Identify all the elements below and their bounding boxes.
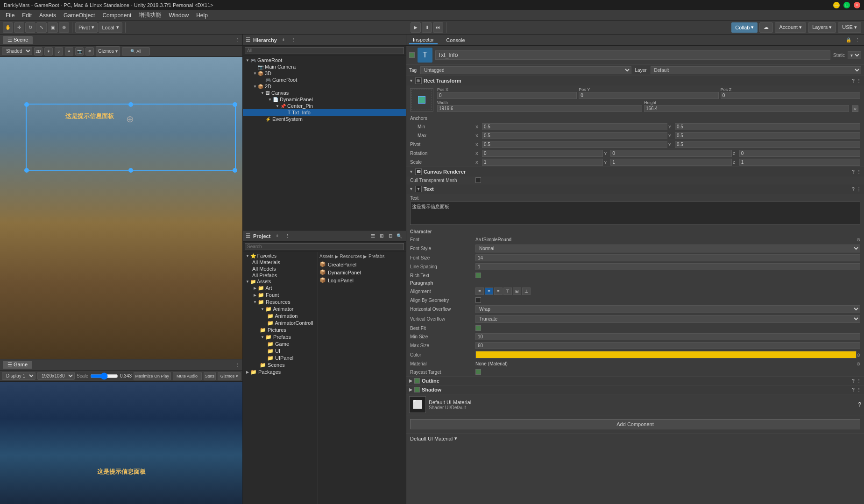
- text-content-input[interactable]: 这是提示信息面板: [410, 202, 860, 225]
- material-picker[interactable]: ⊙: [857, 361, 860, 366]
- menu-enhance[interactable]: 增强功能: [135, 10, 165, 20]
- pos-y-input[interactable]: [579, 92, 718, 99]
- menu-help[interactable]: Help: [192, 11, 212, 20]
- align-top[interactable]: ⊤: [503, 287, 512, 295]
- play-button[interactable]: ▶: [411, 22, 421, 33]
- min-y-input[interactable]: [675, 123, 860, 130]
- project-search-input[interactable]: [245, 243, 404, 250]
- scale-x-input[interactable]: [482, 159, 603, 166]
- canvas-help[interactable]: ?: [852, 169, 855, 175]
- audio-toggle[interactable]: ♪: [55, 47, 63, 56]
- menu-edit[interactable]: Edit: [18, 11, 35, 20]
- inspector-menu[interactable]: ⋮: [854, 36, 861, 44]
- game-gizmos[interactable]: Gizmos ▾: [218, 372, 241, 380]
- fx-toggle[interactable]: ✦: [65, 47, 73, 56]
- layer-dropdown[interactable]: Default: [651, 66, 861, 74]
- tree-art[interactable]: ▶ 📁 Art: [243, 285, 317, 292]
- scale-tool[interactable]: ⤡: [36, 22, 47, 33]
- project-btn2[interactable]: ⊞: [378, 232, 385, 240]
- object-active-checkbox[interactable]: [409, 52, 415, 58]
- tree-all-models[interactable]: All Models: [243, 266, 317, 272]
- hierarchy-add[interactable]: +: [280, 36, 287, 44]
- canvas-menu[interactable]: ⋮: [857, 169, 861, 175]
- scale-y-input[interactable]: [610, 159, 731, 166]
- align-right[interactable]: ≡: [494, 287, 503, 295]
- shading-dropdown[interactable]: Shaded: [2, 47, 32, 55]
- project-menu[interactable]: ⋮: [283, 232, 291, 240]
- rect-tool[interactable]: ▣: [48, 22, 58, 33]
- tab-console[interactable]: Console: [442, 36, 468, 44]
- tree-packages[interactable]: ▶ 📁 Packages: [243, 369, 317, 376]
- rect-menu[interactable]: ⋮: [857, 78, 861, 84]
- menu-file[interactable]: File: [2, 11, 18, 20]
- rich-text-checkbox[interactable]: [475, 273, 481, 278]
- tag-dropdown[interactable]: Untagged: [420, 66, 631, 74]
- pos-z-input[interactable]: [721, 92, 860, 99]
- tree-uipanel[interactable]: 📁 UIPanel: [243, 355, 317, 362]
- project-search[interactable]: [243, 242, 406, 252]
- outline-help[interactable]: ?: [852, 378, 855, 384]
- scale-slider[interactable]: [90, 372, 118, 380]
- collab-button[interactable]: Collab ▾: [731, 22, 758, 33]
- max-size-input[interactable]: [475, 342, 860, 349]
- align-bottom[interactable]: ⊥: [522, 287, 531, 295]
- material-help[interactable]: ?: [858, 401, 861, 408]
- r-button[interactable]: R: [852, 105, 858, 112]
- 2d-toggle[interactable]: 2D: [34, 47, 42, 56]
- text-menu[interactable]: ⋮: [857, 187, 861, 192]
- text-help[interactable]: ?: [852, 187, 855, 192]
- tree-game[interactable]: 📁 Game: [243, 341, 317, 348]
- cloud-button[interactable]: ☁: [759, 22, 773, 33]
- tree-all-prefabs[interactable]: All Prefabs: [243, 272, 317, 279]
- tree-all-materials[interactable]: All Materials: [243, 259, 317, 266]
- tree-item-canvas[interactable]: ▼ 🖼 Canvas: [243, 90, 406, 96]
- resolution-dropdown[interactable]: 1920x1080: [37, 372, 75, 380]
- display-dropdown[interactable]: Display 1: [2, 372, 35, 380]
- shadow-menu[interactable]: ⋮: [857, 387, 861, 392]
- game-panel-menu[interactable]: ⋮: [235, 362, 240, 367]
- width-input[interactable]: [437, 105, 642, 112]
- hand-tool[interactable]: ✋: [3, 22, 13, 33]
- align-by-geo-checkbox[interactable]: [475, 297, 481, 303]
- shadow-help[interactable]: ?: [852, 387, 855, 392]
- stats-button[interactable]: Stats: [204, 372, 216, 380]
- tree-item-txtinfo[interactable]: ▶ T Txt_Info: [243, 109, 406, 116]
- outline-menu[interactable]: ⋮: [857, 378, 861, 384]
- tree-item-centerpin[interactable]: ▼ 📌 Center_Pin: [243, 103, 406, 109]
- font-size-input[interactable]: [475, 254, 860, 261]
- outline-header[interactable]: ▶ Outline ? ⋮: [406, 377, 864, 385]
- project-btn1[interactable]: ☰: [369, 232, 376, 240]
- rot-z-input[interactable]: [739, 150, 860, 157]
- tree-animation[interactable]: 📁 Animation: [243, 313, 317, 320]
- menu-window[interactable]: Window: [165, 11, 192, 20]
- scene-viewport[interactable]: 这是提示信息面板 ⊕: [0, 57, 242, 359]
- menu-assets[interactable]: Assets: [35, 11, 60, 20]
- pause-button[interactable]: ⏸: [422, 22, 432, 33]
- rect-transform-header[interactable]: ▼ ⊞ Rect Transform ? ⋮: [406, 76, 864, 85]
- tree-animatorcontroll[interactable]: 📁 AnimatorControll: [243, 320, 317, 327]
- scale-z-input[interactable]: [739, 159, 860, 166]
- transform-tool[interactable]: ⊕: [59, 22, 69, 33]
- local-dropdown[interactable]: Local ▾: [99, 22, 122, 33]
- align-left[interactable]: ≡: [475, 287, 484, 295]
- min-size-input[interactable]: [475, 333, 860, 340]
- font-picker[interactable]: ⊙: [857, 237, 860, 242]
- gizmos-dropdown[interactable]: Gizmos ▾: [96, 46, 120, 56]
- lighting-toggle[interactable]: ☀: [44, 47, 53, 56]
- tree-pictures[interactable]: 📁 Pictures: [243, 327, 317, 334]
- inspector-lock[interactable]: 🔒: [845, 36, 852, 44]
- tab-scene[interactable]: ☰ Scene: [3, 36, 33, 44]
- best-fit-checkbox[interactable]: [475, 325, 481, 331]
- text-header[interactable]: ▼ T Text ? ⋮: [406, 184, 864, 194]
- raycast-checkbox[interactable]: [475, 369, 481, 375]
- v-overflow-dropdown[interactable]: Truncate: [475, 315, 860, 323]
- prefab-dynamicpanel[interactable]: 📦 DynamicPanel: [319, 269, 404, 276]
- align-middle[interactable]: ⊞: [513, 287, 521, 295]
- layers-button[interactable]: Layers ▾: [808, 22, 836, 33]
- scene-panel-menu[interactable]: ⋮: [235, 37, 240, 42]
- hierarchy-search[interactable]: [243, 46, 406, 56]
- color-picker-btn[interactable]: ⊙: [857, 352, 860, 357]
- align-center[interactable]: ≡: [485, 287, 493, 295]
- tree-ui[interactable]: 📁 UI: [243, 348, 317, 355]
- tree-resources[interactable]: ▼ 📁 Resources: [243, 299, 317, 306]
